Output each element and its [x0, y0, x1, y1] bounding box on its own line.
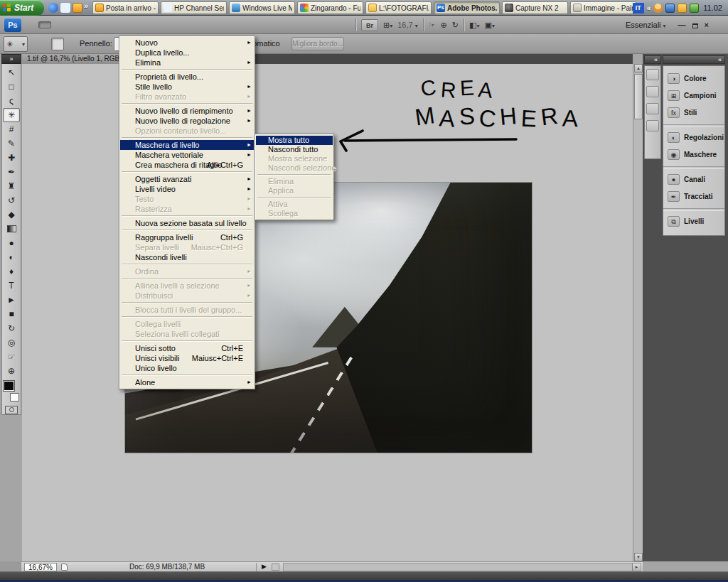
menu-item[interactable]: Nascondi livelli ►	[120, 252, 254, 262]
marquee-tool[interactable]: □	[3, 80, 20, 94]
menubar-item[interactable]	[90, 21, 102, 28]
menu-item[interactable]: Nuovo ►	[120, 38, 254, 48]
clone-source-panel-icon[interactable]	[646, 120, 659, 131]
zoom-percentage-field[interactable]: 16,67%	[24, 563, 57, 571]
menu-item[interactable]: Ordina ►	[120, 266, 254, 276]
menu-item[interactable]: Distribuisci ►	[120, 291, 254, 301]
menu-item[interactable]: Nuova sezione basata sul livello ►	[120, 218, 254, 228]
panel-tracciati[interactable]: ✒ Tracciati	[668, 188, 724, 205]
menu-item[interactable]: Alone ►	[120, 377, 254, 387]
start-button[interactable]: Start	[0, 0, 44, 16]
scheduler-icon[interactable]	[678, 4, 687, 13]
language-indicator[interactable]: IT	[633, 3, 644, 14]
selection-mode-button[interactable]	[51, 38, 64, 50]
menu-item[interactable]: Maiusc+Ctrl+E Unisci visibili ►	[120, 353, 254, 363]
menu-item[interactable]: Stile livello ►	[120, 82, 254, 92]
menu-item[interactable]: Unico livello ►	[120, 363, 254, 373]
orbit-3d-tool[interactable]: ◎	[3, 335, 20, 350]
vertical-scroll-thumb[interactable]	[634, 74, 643, 119]
submenu-item[interactable]: ►	[257, 174, 331, 176]
healing-brush-tool[interactable]: ✚	[3, 151, 20, 165]
foreground-color-chip[interactable]	[4, 381, 14, 391]
taskbar-button[interactable]: Capture NX 2	[502, 1, 568, 14]
menu-item[interactable]: Livelli video ►	[120, 184, 254, 194]
submenu-item[interactable]: Applica ►	[256, 186, 333, 195]
quick-launch-more-icon[interactable]: »	[84, 1, 88, 10]
taskbar-button[interactable]: Posta in arrivo -...	[92, 1, 159, 14]
submenu-item[interactable]: Mostra tutto ►	[256, 136, 333, 145]
mail-icon[interactable]	[73, 3, 82, 13]
selection-mode-button[interactable]	[37, 38, 50, 50]
menu-item[interactable]: Ctrl+G Raggruppa livelli ►	[120, 232, 254, 242]
tool-preset-picker[interactable]: ✳ ▾	[4, 36, 28, 52]
restore-button[interactable]	[692, 21, 698, 29]
quick-selection-tool[interactable]: ✳	[3, 108, 20, 122]
menu-item[interactable]: ►	[122, 302, 252, 303]
user-accounts-icon[interactable]	[653, 4, 663, 13]
clock[interactable]: 11.02	[703, 4, 722, 12]
submenu-item[interactable]: Nascondi tutto ►	[256, 145, 333, 154]
pen-tool[interactable]: ♦	[3, 264, 20, 279]
network-icon[interactable]	[690, 4, 699, 13]
background-color-chip[interactable]	[10, 393, 19, 402]
status-mini-box[interactable]	[272, 564, 279, 571]
menu-item[interactable]: Opzioni contenuto livello... ►	[120, 126, 254, 136]
blur-tool[interactable]: ●	[3, 236, 20, 250]
menubar-item[interactable]	[26, 21, 38, 28]
view-extras-icon[interactable]: ⊞▾	[383, 21, 392, 30]
panel-maschere[interactable]: ◉ Maschere	[668, 146, 724, 163]
taskbar-button[interactable]: HP Channel Ser...	[161, 1, 227, 14]
minimize-button[interactable]: —	[678, 21, 686, 29]
lasso-tool[interactable]: ς	[3, 94, 20, 108]
menu-item[interactable]: Oggetti avanzati ►	[120, 174, 254, 184]
arrange-documents-icon[interactable]: ◧▾	[469, 21, 479, 30]
panel-colore[interactable]: ◑ Colore	[668, 70, 724, 87]
horizontal-scrollbar[interactable]: ►	[283, 563, 641, 571]
zoom-tool-icon[interactable]: ⊕	[441, 21, 447, 30]
scroll-right-icon[interactable]: ►	[632, 564, 641, 571]
eraser-tool[interactable]: ◆	[3, 208, 20, 222]
actions-panel-icon[interactable]	[646, 86, 659, 97]
taskbar-button[interactable]: L:\FOTOGRAFIA...	[365, 1, 432, 14]
submenu-item[interactable]: Scollega ►	[256, 209, 333, 218]
path-selection-tool[interactable]: ►	[3, 293, 20, 307]
menu-item[interactable]: Duplica livello... ►	[120, 48, 254, 58]
clone-stamp-tool[interactable]: ♜	[3, 179, 20, 193]
panel-regolazioni[interactable]: ◐ Regolazioni	[668, 129, 724, 146]
vertical-scrollbar[interactable]: ▲ ▼	[633, 64, 643, 561]
menu-item[interactable]: Elimina ►	[120, 58, 254, 68]
scroll-up-icon[interactable]: ▲	[634, 64, 643, 72]
eyedropper-tool[interactable]: ✎	[3, 136, 20, 151]
toolbar-grip[interactable]: »	[1, 54, 21, 64]
panel-stili[interactable]: fx Stili	[668, 104, 724, 121]
move-tool[interactable]: ↖	[3, 65, 20, 80]
menu-item[interactable]: Rasterizza ►	[120, 204, 254, 214]
media-player-icon[interactable]	[48, 3, 58, 13]
workspace-switcher[interactable]: Essenziali ▾	[626, 21, 666, 29]
taskbar-button[interactable]: Zingarando - Fu...	[297, 1, 363, 14]
submenu-item[interactable]: Nascondi selezione ►	[256, 163, 333, 173]
bridge-button[interactable]: Br	[361, 19, 378, 31]
document-size-info[interactable]: Doc: 69,9 MB/138,7 MB	[85, 563, 249, 571]
ie-icon[interactable]	[60, 3, 70, 13]
display-icon[interactable]	[665, 4, 675, 13]
panel-campioni[interactable]: ⊞ Campioni	[668, 87, 724, 104]
crop-tool[interactable]: #	[3, 122, 20, 136]
menubar-item[interactable]	[64, 21, 77, 28]
dodge-tool[interactable]: ◐	[3, 250, 20, 264]
hand-tool-icon[interactable]: ☞	[429, 21, 436, 30]
menu-item[interactable]: Collega livelli ►	[120, 319, 254, 329]
menu-item[interactable]: ►	[122, 278, 252, 279]
menubar-item[interactable]	[51, 21, 64, 28]
menu-item[interactable]: ►	[122, 215, 252, 217]
submenu-item[interactable]: Mostra selezione ►	[256, 154, 333, 163]
menu-item[interactable]: Seleziona livelli collegati ►	[120, 329, 254, 339]
menu-item[interactable]: Filtro avanzato ►	[120, 92, 254, 102]
menu-item[interactable]: ►	[122, 103, 252, 104]
menubar-item[interactable]	[115, 21, 128, 28]
shape-tool[interactable]: ■	[3, 307, 20, 321]
tray-collapse-icon[interactable]: «	[647, 4, 651, 12]
screen-mode-icon[interactable]: ▣▾	[484, 21, 494, 30]
menu-item[interactable]: ►	[122, 137, 252, 139]
quick-mask-button[interactable]	[5, 406, 18, 414]
